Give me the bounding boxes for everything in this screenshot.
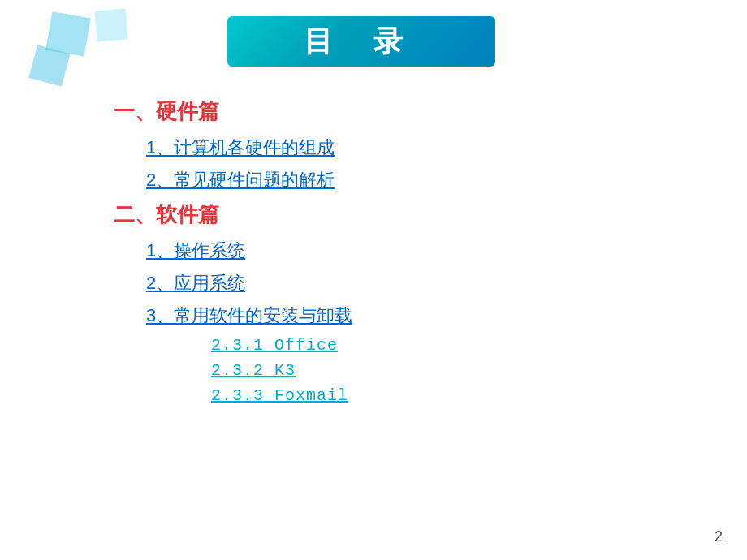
software-item-2[interactable]: 2、应用系统 xyxy=(146,271,682,295)
software-item-3[interactable]: 3、常用软件的安装与卸载 xyxy=(146,304,682,328)
slide-title: 目 录 xyxy=(304,22,419,62)
subsection-foxmail[interactable]: 2.3.3 Foxmail xyxy=(211,386,682,405)
deco-square-2 xyxy=(94,8,127,41)
subsection-k3[interactable]: 2.3.2 K3 xyxy=(211,361,682,380)
page-number: 2 xyxy=(715,528,723,545)
title-banner: 目 录 xyxy=(227,16,495,67)
hardware-item-1[interactable]: 1、计算机各硬件的组成 xyxy=(146,136,682,160)
content-area: 一、硬件篇 1、计算机各硬件的组成 2、常见硬件问题的解析 二、软件篇 1、操作… xyxy=(114,97,682,411)
subsection-office[interactable]: 2.3.1 Office xyxy=(211,336,682,355)
hardware-item-2[interactable]: 2、常见硬件问题的解析 xyxy=(146,168,682,192)
software-item-1[interactable]: 1、操作系统 xyxy=(146,239,682,263)
section-hardware-header: 一、硬件篇 xyxy=(114,97,682,126)
slide: 目 录 一、硬件篇 1、计算机各硬件的组成 2、常见硬件问题的解析 二、软件篇 … xyxy=(0,0,747,560)
section-software-header: 二、软件篇 xyxy=(114,200,682,229)
